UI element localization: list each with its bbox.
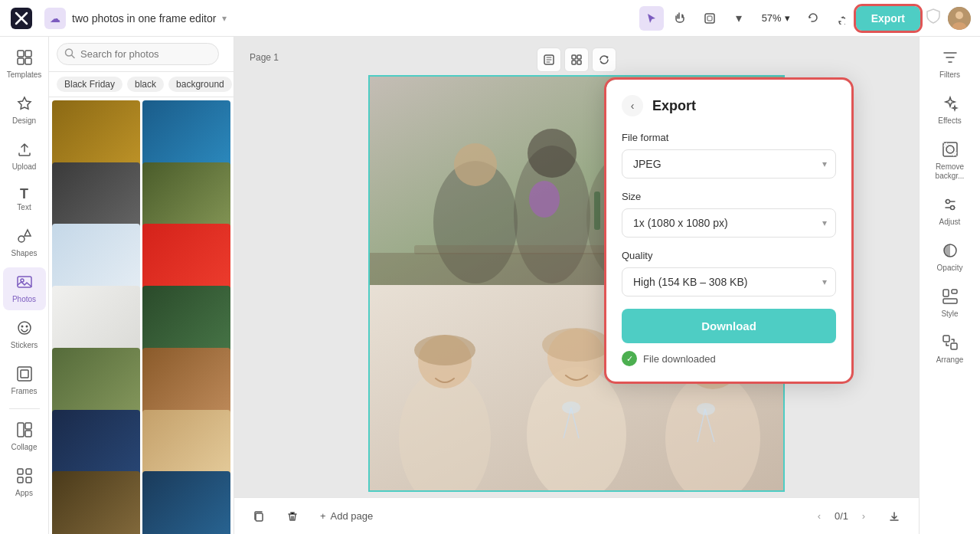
frames-icon [16, 365, 33, 385]
user-avatar[interactable] [948, 7, 971, 30]
app-logo[interactable] [9, 6, 34, 31]
svg-rect-69 [943, 290, 949, 296]
search-bar [49, 37, 234, 72]
photo-grid [49, 97, 234, 534]
right-sidebar-item-adjust[interactable]: Adjust [924, 190, 976, 233]
svg-rect-72 [943, 336, 949, 342]
project-dropdown-icon[interactable]: ▾ [222, 13, 227, 24]
svg-marker-13 [24, 230, 31, 236]
pointer-tool-button[interactable] [639, 6, 664, 31]
dialog-title: Export [652, 98, 696, 114]
shield-icon[interactable] [925, 8, 942, 28]
quality-select-wrapper: High (154 KB – 308 KB) Medium Low ▾ [622, 267, 836, 296]
redo-button[interactable] [827, 6, 851, 31]
topbar: ☁ two photos in one frame editor ▾ ▾ 57%… [0, 0, 980, 37]
replace-tool-button[interactable] [592, 48, 616, 72]
export-dialog: ‹ Export File format JPEG PNG PDF SVG GI… [606, 80, 851, 382]
undo-button[interactable] [801, 6, 825, 31]
svg-point-55 [542, 328, 611, 362]
svg-rect-73 [951, 343, 957, 349]
topbar-tools: ▾ 57% ▾ Export [639, 6, 971, 31]
right-sidebar-item-arrange[interactable]: Arrange [924, 328, 976, 371]
search-icon [64, 48, 75, 61]
tag-background[interactable]: background [168, 77, 232, 92]
templates-label: Templates [7, 70, 42, 80]
quality-label: Quality [622, 250, 836, 261]
sidebar-item-apps[interactable]: Apps [3, 461, 46, 504]
download-button[interactable]: Download [622, 309, 836, 343]
right-sidebar-item-style[interactable]: Style [924, 282, 976, 325]
right-sidebar-item-filters[interactable]: Filters [924, 43, 976, 86]
svg-rect-61 [256, 513, 263, 521]
arrange-label: Arrange [936, 355, 964, 365]
download-small-button[interactable] [882, 507, 906, 526]
size-select[interactable]: 1x (1080 x 1080 px) 2x (2160 x 2160 px) … [622, 208, 836, 238]
sidebar-item-frames[interactable]: Frames [3, 359, 46, 402]
sidebar-item-collage[interactable]: Collage [3, 415, 46, 458]
next-page-button[interactable]: › [854, 507, 873, 526]
sidebar-item-stickers[interactable]: Stickers [3, 313, 46, 356]
svg-rect-23 [25, 431, 31, 437]
upload-icon [16, 141, 33, 160]
list-item[interactable] [142, 471, 230, 534]
svg-rect-21 [18, 423, 24, 437]
export-button[interactable]: Export [856, 6, 920, 31]
arrange-icon [942, 334, 959, 353]
copy-page-button[interactable] [247, 507, 271, 526]
right-sidebar-item-opacity[interactable]: Opacity [924, 236, 976, 279]
svg-rect-27 [26, 477, 31, 483]
right-sidebar-item-remove-bg[interactable]: Remove backgr... [924, 135, 976, 187]
sidebar-divider [9, 408, 40, 409]
filter-tags: Black Friday black background [49, 72, 234, 97]
file-format-label: File format [622, 132, 836, 143]
upload-label: Upload [12, 162, 37, 172]
size-label: Size [622, 191, 836, 202]
effects-icon [942, 95, 959, 114]
svg-rect-32 [577, 55, 581, 59]
frame-tool-dropdown[interactable]: ▾ [727, 6, 751, 31]
dialog-back-button[interactable]: ‹ [622, 95, 643, 116]
photos-icon [16, 274, 33, 293]
tag-black[interactable]: black [127, 77, 164, 92]
search-input[interactable] [57, 43, 219, 65]
filters-label: Filters [939, 70, 960, 80]
grid-tool-button[interactable] [564, 48, 589, 72]
svg-rect-34 [577, 61, 581, 64]
shapes-icon [16, 228, 33, 247]
sidebar-item-text[interactable]: T Text [3, 181, 46, 218]
project-area[interactable]: ☁ two photos in one frame editor ▾ [44, 8, 227, 29]
select-tool-button[interactable] [537, 48, 561, 72]
sidebar-item-upload[interactable]: Upload [3, 135, 46, 178]
prev-page-button[interactable]: ‹ [810, 507, 828, 526]
svg-point-65 [946, 200, 949, 204]
frame-tool-button[interactable] [697, 6, 722, 31]
back-icon: ‹ [631, 100, 635, 112]
file-format-select-wrapper: JPEG PNG PDF SVG GIF MP4 ▾ [622, 149, 836, 179]
svg-rect-71 [943, 299, 957, 303]
project-name: two photos in one frame editor [72, 12, 216, 25]
zoom-control[interactable]: 57% ▾ [756, 9, 796, 27]
photos-label: Photos [12, 295, 36, 304]
svg-rect-45 [594, 192, 600, 230]
add-page-icon: + [320, 510, 326, 522]
project-icon: ☁ [44, 8, 66, 29]
delete-page-button[interactable] [280, 507, 305, 526]
file-format-select[interactable]: JPEG PNG PDF SVG GIF MP4 [622, 149, 836, 179]
svg-point-18 [25, 326, 28, 328]
file-downloaded-text: File downloaded [643, 353, 716, 365]
quality-select[interactable]: High (154 KB – 308 KB) Medium Low [622, 267, 836, 296]
photo-panel: Black Friday black background [49, 37, 234, 534]
right-sidebar-item-effects[interactable]: Effects [924, 89, 976, 132]
hand-tool-button[interactable] [668, 6, 693, 31]
add-page-button[interactable]: + Add page [314, 507, 379, 525]
design-label: Design [12, 116, 36, 126]
shapes-label: Shapes [11, 249, 38, 258]
svg-point-17 [21, 326, 23, 328]
tag-black-friday[interactable]: Black Friday [57, 77, 122, 92]
sidebar-item-templates[interactable]: Templates [3, 43, 46, 86]
sidebar-item-photos[interactable]: Photos [3, 267, 46, 310]
list-item[interactable] [52, 471, 140, 534]
sidebar-item-shapes[interactable]: Shapes [3, 221, 46, 264]
design-icon [16, 95, 33, 114]
sidebar-item-design[interactable]: Design [3, 89, 46, 132]
